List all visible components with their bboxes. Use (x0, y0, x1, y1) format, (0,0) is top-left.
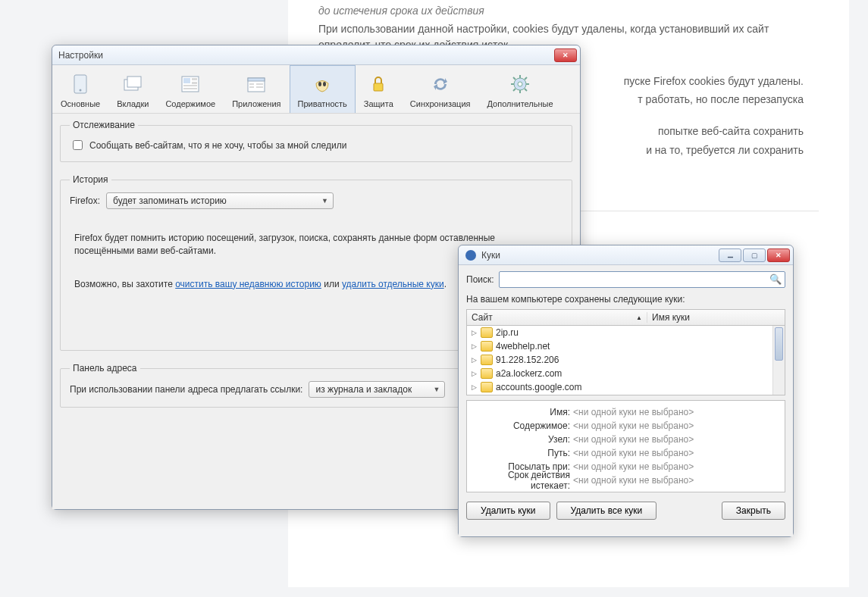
tab-content[interactable]: Содержимое (157, 65, 224, 113)
tab-label: Вкладки (117, 99, 149, 108)
tabs-icon (121, 72, 145, 96)
cookies-window: Куки Поиск: 🔍 На вашем компьютере сохран… (458, 245, 794, 537)
svg-point-16 (318, 82, 321, 86)
svg-rect-15 (256, 86, 263, 88)
delete-all-cookies-button[interactable]: Удалить все куки (556, 502, 657, 520)
cookies-title: Куки (481, 250, 719, 261)
expand-icon[interactable]: ▷ (470, 342, 478, 350)
col-name-header[interactable]: Имя куки (647, 312, 785, 323)
settings-titlebar[interactable]: Настройки (52, 45, 580, 65)
sort-icon: ▲ (636, 314, 642, 321)
svg-rect-5 (183, 78, 190, 83)
detail-row: Путь: <ни одной куки не выбрано> (473, 446, 779, 460)
tab-label: Дополнительные (487, 99, 553, 108)
svg-point-20 (518, 82, 522, 86)
lock-icon (366, 72, 390, 96)
svg-point-29 (465, 250, 476, 261)
close-icon[interactable] (767, 248, 790, 262)
sync-icon (428, 72, 453, 96)
expand-icon[interactable]: ▷ (470, 356, 478, 364)
tab-label: Основные (61, 99, 100, 108)
site-label: 91.228.152.206 (496, 355, 559, 365)
tab-tabs[interactable]: Вкладки (108, 65, 157, 113)
article-em-1: до истечения срока их действия (318, 5, 484, 17)
addressbar-legend: Панель адреса (70, 363, 140, 374)
close-button[interactable]: Закрыть (722, 502, 785, 520)
tab-privacy[interactable]: Приватность (290, 65, 356, 113)
cookie-site-row[interactable]: ▷ accounts.google.com (467, 380, 785, 394)
tab-security[interactable]: Защита (356, 65, 402, 113)
tab-sync[interactable]: Синхронизация (402, 65, 479, 113)
stored-cookies-label: На вашем компьютере сохранены следующие … (466, 292, 785, 305)
general-icon (68, 72, 92, 96)
site-label: accounts.google.com (496, 382, 581, 392)
history-description: Firefox будет помнить историю посещений,… (74, 232, 499, 258)
cookie-site-row[interactable]: ▷ 4webhelp.net (467, 339, 785, 353)
tab-applications[interactable]: Приложения (224, 65, 289, 113)
minimize-icon[interactable] (719, 248, 741, 262)
tab-advanced[interactable]: Дополнительные (478, 65, 561, 113)
chevron-down-icon: ▼ (434, 386, 440, 393)
delete-cookie-button[interactable]: Удалить куки (466, 502, 550, 520)
settings-toolbar: Основные Вкладки Содержимое Приложения (52, 65, 580, 114)
privacy-icon (310, 72, 334, 96)
search-input-wrapper: 🔍 (499, 271, 785, 288)
expand-icon[interactable]: ▷ (470, 329, 478, 336)
detail-row: Имя: <ни одной куки не выбрано> (473, 405, 779, 419)
site-label: a2a.lockerz.com (496, 368, 562, 379)
svg-rect-13 (249, 86, 254, 88)
content-icon (178, 72, 202, 96)
folder-icon (481, 327, 493, 338)
settings-title: Настройки (58, 50, 554, 61)
detail-row: Содержимое: <ни одной куки не выбрано> (473, 419, 779, 433)
svg-rect-14 (256, 83, 263, 85)
scroll-thumb[interactable] (775, 327, 783, 361)
svg-line-25 (513, 77, 515, 80)
svg-line-28 (513, 89, 515, 91)
cookie-detail-box: Имя: <ни одной куки не выбрано> Содержим… (466, 400, 785, 492)
folder-icon (481, 368, 493, 379)
cookie-search-input[interactable] (503, 273, 769, 286)
close-icon[interactable] (554, 48, 577, 62)
dropdown-value: из журнала и закладок (315, 384, 412, 395)
addressbar-suggest-dropdown[interactable]: из журнала и закладок ▼ (309, 381, 445, 398)
svg-rect-6 (192, 78, 197, 80)
svg-rect-18 (374, 83, 383, 91)
scrollbar[interactable] (772, 326, 785, 395)
cookie-site-row[interactable]: ▷ 91.228.152.206 (467, 353, 785, 367)
tab-label: Синхронизация (410, 99, 471, 108)
do-not-track-checkbox[interactable] (73, 140, 83, 150)
search-icon: 🔍 (769, 273, 782, 286)
tracking-legend: Отслеживание (70, 120, 138, 130)
maximize-icon[interactable] (743, 248, 766, 262)
chevron-down-icon: ▼ (321, 197, 328, 205)
addressbar-label: При использовании панели адреса предлага… (70, 384, 302, 395)
folder-icon (481, 382, 493, 392)
col-site-header[interactable]: Сайт ▲ (467, 312, 647, 323)
tab-general[interactable]: Основные (52, 65, 108, 113)
expand-icon[interactable]: ▷ (470, 370, 478, 377)
cookie-site-row[interactable]: ▷ 2ip.ru (467, 326, 785, 339)
cookie-site-row[interactable]: ▷ a2a.lockerz.com (467, 367, 785, 380)
svg-rect-3 (127, 77, 141, 87)
detail-row: Срок действия истекает: <ни одной куки н… (473, 474, 779, 487)
cookies-titlebar[interactable]: Куки (459, 245, 793, 265)
clear-history-link[interactable]: очистить вашу недавнюю историю (175, 279, 321, 289)
applications-icon (244, 72, 268, 96)
firefox-icon (465, 249, 477, 261)
svg-rect-11 (248, 78, 265, 81)
gear-icon (508, 72, 532, 96)
folder-icon (481, 341, 493, 352)
do-not-track-label: Сообщать веб-сайтам, что я не хочу, чтоб… (89, 140, 346, 151)
cookies-list: ▷ 2ip.ru ▷ 4webhelp.net ▷ 91.228.152.206… (466, 326, 785, 395)
svg-rect-12 (249, 83, 254, 85)
history-legend: История (70, 174, 111, 185)
history-mode-dropdown[interactable]: будет запоминать историю ▼ (106, 192, 334, 209)
svg-rect-7 (192, 82, 197, 84)
tab-label: Защита (364, 99, 393, 108)
history-prefix: Firefox: (70, 195, 100, 206)
remove-cookies-link[interactable]: удалить отдельные куки (342, 279, 444, 289)
svg-line-27 (525, 77, 527, 80)
svg-point-17 (323, 82, 326, 86)
expand-icon[interactable]: ▷ (470, 383, 478, 391)
